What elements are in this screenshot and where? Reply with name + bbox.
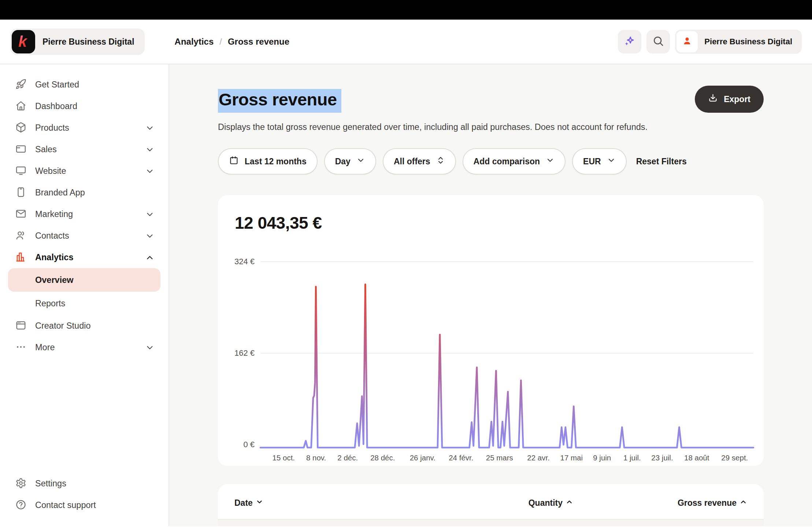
offers-value: All offers — [394, 157, 430, 167]
column-label: Quantity — [529, 498, 563, 508]
monitor-icon — [15, 165, 26, 177]
sidebar-item-label: More — [35, 343, 55, 352]
x-tick-label: 8 nov. — [306, 453, 326, 462]
app-header: k Pierre Business Digital Analytics / Gr… — [0, 20, 812, 64]
line-chart: 324 €162 €0 € 15 oct.8 nov.2 déc.28 déc — [228, 262, 753, 445]
sidebar-item-label: Reports — [35, 299, 65, 309]
account-menu[interactable]: Pierre Business Digital — [675, 30, 802, 54]
comparison-filter[interactable]: Add comparison — [463, 148, 566, 175]
breadcrumb: Analytics / Gross revenue — [175, 37, 289, 47]
sidebar-item-reports[interactable]: Reports — [8, 292, 160, 315]
sidebar-item-analytics[interactable]: Analytics — [8, 247, 160, 268]
sidebar-item-branded-app[interactable]: Branded App — [8, 182, 160, 203]
table-header-row: Date Quantity Gross revenue — [234, 498, 747, 508]
sidebar-item-contacts[interactable]: Contacts — [8, 225, 160, 247]
workspace-switcher[interactable]: k Pierre Business Digital — [10, 29, 145, 55]
avatar — [676, 31, 698, 52]
sidebar-item-marketing[interactable]: Marketing — [8, 203, 160, 225]
search-icon — [652, 35, 664, 48]
chart-total-value: 12 043,35 € — [235, 214, 753, 232]
breakdown-table-card: Date Quantity Gross revenue — [218, 484, 764, 526]
sidebar-item-label: Get Started — [35, 80, 79, 90]
x-tick-label: 29 sept. — [721, 453, 748, 462]
x-tick-label: 18 août — [684, 453, 709, 462]
x-tick-label: 22 avr. — [527, 453, 550, 462]
sidebar-item-label: Website — [35, 166, 66, 176]
currency-value: EUR — [583, 157, 601, 167]
sidebar-item-overview[interactable]: Overview — [8, 268, 160, 292]
x-tick-label: 15 oct. — [272, 453, 295, 462]
table-column-gross-revenue[interactable]: Gross revenue — [678, 498, 747, 508]
cube-icon — [15, 122, 26, 134]
sidebar-item-label: Contacts — [35, 231, 69, 241]
sidebar-item-label: Contact support — [35, 500, 96, 510]
date-range-filter[interactable]: Last 12 months — [218, 148, 318, 175]
chevron-down-icon — [356, 156, 365, 167]
column-label: Gross revenue — [678, 498, 737, 508]
sidebar-item-sales[interactable]: Sales — [8, 139, 160, 160]
account-name: Pierre Business Digital — [704, 37, 792, 46]
chevron-down-icon — [145, 123, 155, 133]
chevron-up-icon — [145, 253, 155, 262]
sidebar-item-label: Overview — [35, 275, 74, 285]
page-title: Gross revenue — [218, 89, 341, 109]
sidebar-item-contact-support[interactable]: Contact support — [8, 494, 160, 516]
page-description: Displays the total gross revenue generat… — [218, 122, 764, 132]
column-label: Date — [234, 498, 253, 508]
download-icon — [708, 93, 718, 105]
date-range-value: Last 12 months — [245, 157, 307, 167]
x-tick-label: 26 janv. — [410, 453, 435, 462]
x-tick-label: 28 déc. — [370, 453, 395, 462]
granularity-filter[interactable]: Day — [324, 148, 376, 175]
y-tick-label: 0 € — [243, 440, 255, 449]
chevron-down-icon — [546, 156, 555, 167]
sidebar-item-label: Branded App — [35, 188, 85, 198]
person-icon — [682, 35, 693, 48]
offers-filter[interactable]: All offers — [383, 148, 456, 175]
calendar-icon — [229, 156, 239, 168]
y-tick-label: 324 € — [234, 257, 255, 266]
breadcrumb-section[interactable]: Analytics — [175, 37, 214, 47]
sidebar-item-get-started[interactable]: Get Started — [8, 74, 160, 96]
smartphone-icon — [15, 187, 26, 199]
system-top-bar — [0, 0, 812, 20]
sidebar-item-products[interactable]: Products — [8, 117, 160, 139]
sidebar-item-website[interactable]: Website — [8, 160, 160, 182]
table-first-row-partial — [218, 519, 764, 526]
chevron-down-icon — [145, 231, 155, 241]
chevron-down-icon — [256, 498, 263, 508]
ai-assistant-button[interactable] — [618, 30, 641, 53]
mail-icon — [15, 208, 26, 221]
x-axis: 15 oct.8 nov.2 déc.28 déc.26 janv.24 fév… — [260, 453, 753, 464]
sidebar-item-label: Settings — [35, 479, 66, 489]
breadcrumb-current: Gross revenue — [228, 37, 289, 47]
sidebar-item-label: Dashboard — [35, 101, 77, 111]
x-tick-label: 25 mars — [486, 453, 513, 462]
sidebar-item-label: Sales — [35, 145, 57, 154]
table-column-quantity[interactable]: Quantity — [529, 498, 573, 508]
table-column-date[interactable]: Date — [234, 498, 263, 508]
reset-filters-link[interactable]: Reset Filters — [636, 157, 687, 167]
sidebar-item-creator-studio[interactable]: Creator Studio — [8, 315, 160, 337]
y-axis: 324 €162 €0 € — [228, 262, 260, 445]
export-button[interactable]: Export — [695, 86, 764, 113]
x-tick-label: 9 juin — [593, 453, 611, 462]
home-icon — [15, 100, 26, 113]
window-icon — [15, 320, 26, 332]
sidebar-item-dashboard[interactable]: Dashboard — [8, 96, 160, 117]
sidebar-item-more[interactable]: More — [8, 337, 160, 358]
sidebar: Get Started Dashboard Products Sales Web… — [0, 64, 169, 526]
breadcrumb-separator: / — [219, 37, 222, 47]
search-button[interactable] — [646, 30, 670, 53]
sparkles-icon — [623, 35, 636, 49]
comparison-value: Add comparison — [474, 157, 540, 167]
filter-bar: Last 12 months Day All offers Add compar… — [218, 148, 764, 175]
currency-filter[interactable]: EUR — [572, 148, 627, 175]
chevron-down-icon — [145, 145, 155, 154]
sidebar-item-settings[interactable]: Settings — [8, 473, 160, 494]
chart-plot-area[interactable]: 15 oct.8 nov.2 déc.28 déc.26 janv.24 fév… — [260, 262, 753, 445]
gross-revenue-chart-card: 12 043,35 € 324 €162 €0 € — [218, 195, 764, 466]
sidebar-item-label: Products — [35, 123, 69, 133]
granularity-value: Day — [335, 157, 351, 167]
workspace-name: Pierre Business Digital — [42, 37, 134, 47]
